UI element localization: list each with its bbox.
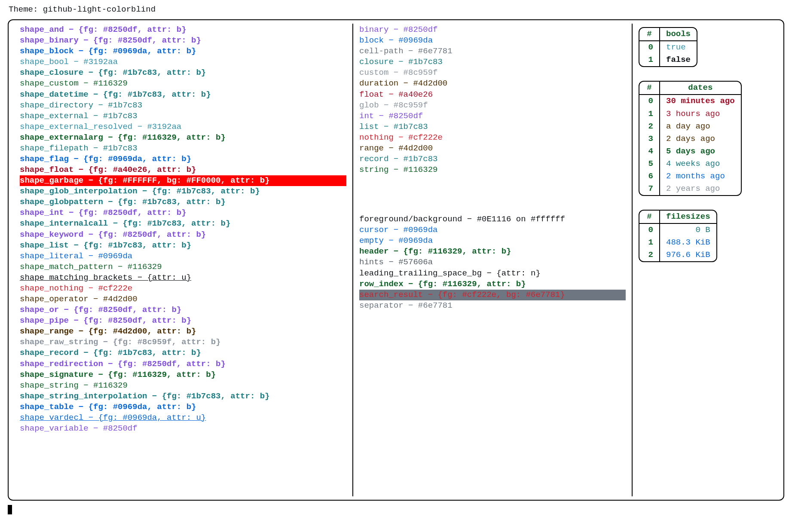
fgbg-row: foreground/background − #0E1116 on #ffff… <box>359 214 626 225</box>
type-row-block: block − #0969da <box>359 35 626 46</box>
shape-row-shape_closure: shape_closure − {fg: #1b7c83, attr: b} <box>20 67 346 78</box>
shape-row-shape_signature: shape_signature − {fg: #116329, attr: b} <box>20 370 346 380</box>
shape-row-shape_pipe: shape_pipe − {fg: #8250df, attr: b} <box>20 315 346 326</box>
shape-row-shape_record: shape_record − {fg: #1b7c83, attr: b} <box>20 348 346 358</box>
shape-row-shape_flag: shape_flag − {fg: #0969da, attr: b} <box>20 154 346 165</box>
cursor-block <box>8 505 12 514</box>
misc-row-empty: empty − #0969da <box>359 235 626 246</box>
table-row: 72 years ago <box>639 183 741 195</box>
table-row: 2976.6 KiB <box>639 249 716 261</box>
filesizes-header: # <box>639 211 660 223</box>
misc-row-hints: hints − #57606a <box>359 257 626 268</box>
type-row-binary: binary − #8250df <box>359 24 626 35</box>
shape-row-shape_nothing: shape_nothing − #cf222e <box>20 283 346 294</box>
shape-row-shape_globpattern: shape_globpattern − {fg: #1b7c83, attr: … <box>20 197 346 208</box>
table-row: 1false <box>639 54 697 66</box>
shape-row-shape_literal: shape_literal − #0969da <box>20 251 346 262</box>
shape-row-shape_external: shape_external − #1b7c83 <box>20 111 346 122</box>
shape-row-shape_vardecl: shape_vardecl − {fg: #0969da, attr: u} <box>20 413 346 423</box>
table-row: 2a day ago <box>639 120 741 133</box>
shape-row-shape_float: shape_float − {fg: #a40e26, attr: b} <box>20 165 346 175</box>
type-row-range: range − #4d2d00 <box>359 143 626 154</box>
table-row: 1488.3 KiB <box>639 236 716 249</box>
table-row: 45 days ago <box>639 145 741 158</box>
shape-row-shape_externalarg: shape_externalarg − {fg: #116329, attr: … <box>20 132 346 143</box>
type-row-glob: glob − #8c959f <box>359 100 626 111</box>
shape-row-shape_custom: shape_custom − #116329 <box>20 78 346 89</box>
shape-row-shape_directory: shape_directory − #1b7c83 <box>20 100 346 111</box>
table-row: 0true <box>639 41 697 54</box>
misc-row-separator: separator − #6e7781 <box>359 300 626 311</box>
table-row: 0 0 B <box>639 223 716 236</box>
bools-header: # <box>639 28 660 41</box>
types-column: binary − #8250dfblock − #0969dacell-path… <box>353 24 633 496</box>
shape-row-shape_string: shape_string − #116329 <box>20 380 346 391</box>
shape-row-shape_match_pattern: shape_match_pattern − #116329 <box>20 262 346 272</box>
misc-row-header: header − {fg: #116329, attr: b} <box>359 246 626 257</box>
shape-row-shape_string_interpolation: shape_string_interpolation − {fg: #1b7c8… <box>20 391 346 402</box>
table-row: 13 hours ago <box>639 108 741 120</box>
shape-row-shape_matching_brackets: shape_matching_brackets − {attr: u} <box>20 272 346 283</box>
shape-row-shape_block: shape_block − {fg: #0969da, attr: b} <box>20 46 346 57</box>
filesizes-header: filesizes <box>660 211 716 223</box>
type-row-custom: custom − #8c959f <box>359 67 626 78</box>
shape-row-shape_and: shape_and − {fg: #8250df, attr: b} <box>20 24 346 35</box>
tables-column: #bools0true1false#dates030 minutes ago13… <box>633 24 778 496</box>
table-row: 32 days ago <box>639 133 741 145</box>
bools-table: #bools0true1false <box>639 27 697 67</box>
theme-title: Theme: github-light-colorblind <box>9 4 784 15</box>
shape-row-shape_redirection: shape_redirection − {fg: #8250df, attr: … <box>20 359 346 370</box>
misc-row-cursor: cursor − #0969da <box>359 225 626 235</box>
shape-row-shape_datetime: shape_datetime − {fg: #1b7c83, attr: b} <box>20 89 346 100</box>
shape-row-shape_range: shape_range − {fg: #4d2d00, attr: b} <box>20 326 346 337</box>
table-row: 62 months ago <box>639 170 741 183</box>
preview-panel: shape_and − {fg: #8250df, attr: b}shape_… <box>8 19 784 501</box>
type-row-string: string − #116329 <box>359 165 626 175</box>
type-row-float: float − #a40e26 <box>359 89 626 100</box>
shapes-column: shape_and − {fg: #8250df, attr: b}shape_… <box>14 24 353 496</box>
type-row-nothing: nothing − #cf222e <box>359 132 626 143</box>
shape-row-shape_list: shape_list − {fg: #1b7c83, attr: b} <box>20 240 346 251</box>
shape-row-shape_keyword: shape_keyword − {fg: #8250df, attr: b} <box>20 229 346 240</box>
dates-table: #dates030 minutes ago13 hours ago2a day … <box>639 81 742 196</box>
shape-row-shape_raw_string: shape_raw_string − {fg: #8c959f, attr: b… <box>20 337 346 348</box>
shape-row-shape_bool: shape_bool − #3192aa <box>20 57 346 67</box>
misc-row-row_index: row_index − {fg: #116329, attr: b} <box>359 279 626 290</box>
misc-row-search_result: search_result − {fg: #cf222e, bg: #6e778… <box>359 290 626 300</box>
type-row-closure: closure − #1b7c83 <box>359 57 626 67</box>
type-row-duration: duration − #4d2d00 <box>359 78 626 89</box>
type-row-int: int − #8250df <box>359 111 626 122</box>
dates-header: dates <box>660 82 741 95</box>
shape-row-shape_binary: shape_binary − {fg: #8250df, attr: b} <box>20 35 346 46</box>
shape-row-shape_external_resolved: shape_external_resolved − #3192aa <box>20 122 346 132</box>
type-row-cell-path: cell-path − #6e7781 <box>359 46 626 57</box>
shape-row-shape_or: shape_or − {fg: #8250df, attr: b} <box>20 305 346 315</box>
type-row-list: list − #1b7c83 <box>359 122 626 132</box>
table-row: 54 weeks ago <box>639 158 741 170</box>
shape-row-shape_internalcall: shape_internalcall − {fg: #1b7c83, attr:… <box>20 218 346 229</box>
shape-row-shape_filepath: shape_filepath − #1b7c83 <box>20 143 346 154</box>
shape-row-shape_operator: shape_operator − #4d2d00 <box>20 294 346 305</box>
filesizes-table: #filesizes0 0 B1488.3 KiB2976.6 KiB <box>639 210 717 262</box>
type-row-record: record − #1b7c83 <box>359 154 626 165</box>
shape-row-shape_int: shape_int − {fg: #8250df, attr: b} <box>20 208 346 218</box>
bools-header: bools <box>660 28 697 41</box>
table-row: 030 minutes ago <box>639 95 741 107</box>
shape-row-shape_garbage: shape_garbage − {fg: #FFFFFF, bg: #FF000… <box>20 175 346 186</box>
dates-header: # <box>639 82 660 95</box>
shape-row-shape_variable: shape_variable − #8250df <box>20 423 346 434</box>
shape-row-shape_table: shape_table − {fg: #0969da, attr: b} <box>20 402 346 413</box>
shape-row-shape_glob_interpolation: shape_glob_interpolation − {fg: #1b7c83,… <box>20 186 346 197</box>
misc-row-leading_trailing_space_bg: leading_trailing_space_bg − {attr: n} <box>359 268 626 279</box>
